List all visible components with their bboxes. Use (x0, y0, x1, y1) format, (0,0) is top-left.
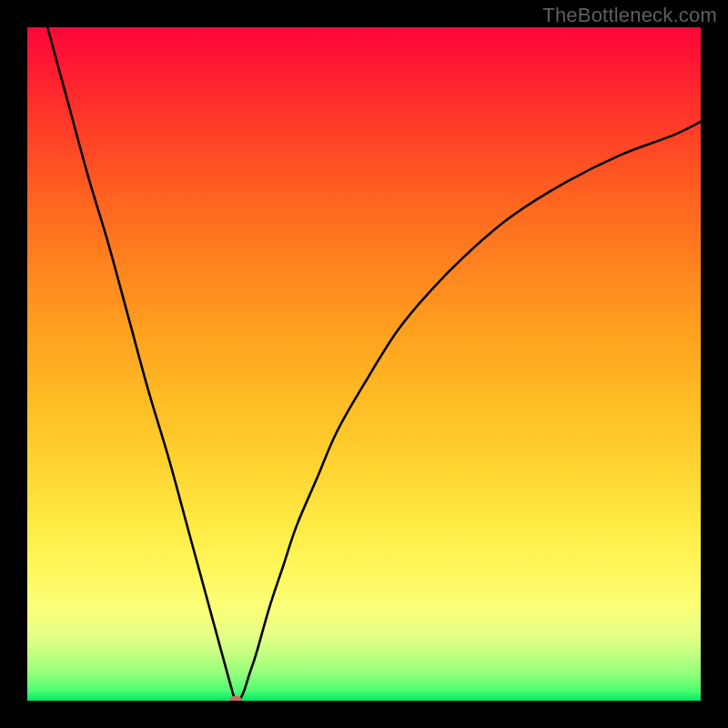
chart-frame: TheBottleneck.com (0, 0, 728, 728)
curve-svg (27, 27, 701, 701)
watermark-text: TheBottleneck.com (542, 4, 717, 27)
plot-area (27, 27, 701, 701)
bottleneck-curve (47, 27, 701, 701)
min-marker (229, 696, 242, 701)
